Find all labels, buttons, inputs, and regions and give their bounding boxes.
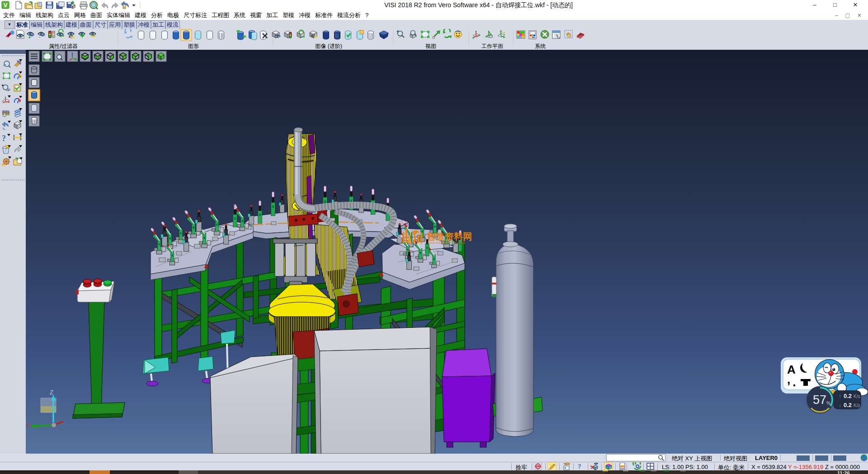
svg-text:0.2: 0.2: [844, 402, 852, 408]
svg-text:+: +: [1, 83, 4, 88]
svg-text:-: -: [39, 34, 41, 40]
svg-text:0.2: 0.2: [844, 393, 852, 399]
svg-text:+: +: [396, 29, 399, 34]
svg-text:Y: Y: [26, 422, 30, 429]
svg-text:图形: 图形: [188, 43, 199, 49]
svg-text:K/s: K/s: [854, 403, 860, 408]
svg-text:57: 57: [813, 393, 826, 407]
svg-text:↑: ↑: [839, 393, 841, 399]
svg-text:智造资料网: 智造资料网: [426, 232, 472, 242]
svg-text:属性/过滤器: 属性/过滤器: [49, 43, 77, 49]
svg-text:+/: +/: [311, 33, 315, 38]
svg-text:+: +: [28, 34, 31, 40]
svg-text:图像 (进阶): 图像 (进阶): [315, 43, 342, 49]
svg-text:工作平面: 工作平面: [481, 43, 503, 49]
svg-text:↓: ↓: [839, 402, 841, 408]
svg-text:V: V: [4, 2, 8, 9]
svg-text:WWW.INTELLIGENT MFG DATA: WWW.INTELLIGENT MFG DATA: [428, 242, 465, 244]
svg-text:?: ?: [2, 134, 6, 143]
svg-text:Z: Z: [50, 389, 53, 396]
svg-text:K/s: K/s: [854, 394, 860, 399]
svg-text:视图: 视图: [425, 43, 436, 49]
svg-text:%: %: [826, 401, 830, 406]
svg-text:,: ,: [787, 373, 790, 386]
svg-text:系统: 系统: [535, 43, 546, 49]
